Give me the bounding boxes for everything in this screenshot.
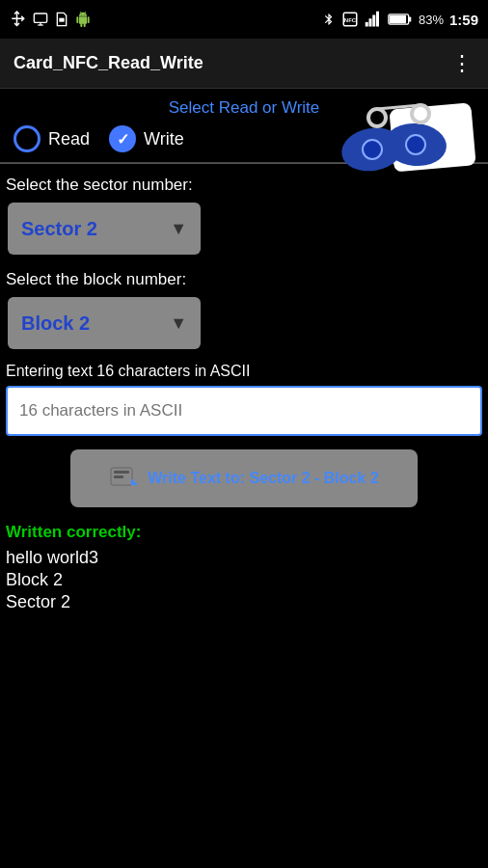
svg-rect-3	[59, 18, 64, 22]
svg-rect-23	[114, 475, 123, 478]
usb-icon	[10, 11, 27, 28]
write-radio-checked[interactable]: ✓	[109, 125, 136, 152]
write-label: Write	[144, 129, 184, 149]
main-content: Select Read or Write Read ✓ Write	[0, 89, 488, 612]
svg-rect-7	[368, 18, 371, 26]
battery-icon	[388, 13, 413, 26]
block-dropdown[interactable]: Block 2 ▼	[8, 297, 201, 349]
write-button-label: Write Text to: Sector 2 - Block 2	[148, 470, 378, 487]
written-correctly-label: Written correctly:	[6, 523, 482, 542]
svg-text:NFC: NFC	[344, 17, 357, 23]
svg-rect-22	[114, 471, 129, 474]
title-bar: Card_NFC_Read_Write ⋮	[0, 39, 488, 89]
time-display: 1:59	[449, 12, 478, 28]
read-radio[interactable]	[14, 125, 41, 152]
menu-icon[interactable]: ⋮	[451, 51, 474, 76]
screen-icon	[33, 12, 48, 27]
sector-dropdown[interactable]: Sector 2 ▼	[8, 203, 201, 255]
ascii-section: Entering text 16 characters in ASCII	[0, 349, 488, 436]
signal-icon	[365, 11, 382, 28]
ascii-label: Entering text 16 characters in ASCII	[0, 349, 488, 386]
result-area: Written correctly: hello world3 Block 2 …	[0, 507, 488, 612]
sim-icon	[54, 12, 69, 27]
nfc-icon: NFC	[341, 11, 359, 28]
sector-dropdown-arrow: ▼	[170, 219, 187, 239]
block-dropdown-arrow: ▼	[170, 313, 187, 334]
result-text: hello world3	[6, 548, 482, 568]
svg-point-18	[368, 109, 386, 126]
block-section: Select the block number: Block 2 ▼	[0, 255, 488, 349]
read-label: Read	[48, 129, 90, 149]
svg-rect-0	[34, 14, 46, 22]
sector-selected: Sector 2	[21, 218, 97, 240]
result-sector: Sector 2	[6, 592, 482, 612]
write-option[interactable]: ✓ Write	[109, 125, 184, 152]
nfc-keyfob-image	[314, 96, 478, 183]
svg-rect-11	[390, 15, 406, 24]
svg-point-17	[406, 135, 425, 154]
result-block: Block 2	[6, 570, 482, 590]
android-icon	[75, 12, 91, 27]
svg-rect-9	[376, 12, 379, 27]
status-bar: NFC 83% 1:59	[0, 0, 488, 39]
select-read-write-label: Select Read or Write	[169, 98, 320, 118]
ascii-input[interactable]	[6, 386, 482, 436]
svg-point-15	[363, 140, 382, 159]
block-selected: Block 2	[21, 312, 90, 335]
write-icon	[109, 466, 138, 491]
status-icons-left	[10, 11, 91, 28]
read-write-section: Select Read or Write Read ✓ Write	[0, 89, 488, 163]
svg-rect-12	[409, 16, 412, 21]
write-button[interactable]: Write Text to: Sector 2 - Block 2	[70, 449, 418, 507]
read-option[interactable]: Read	[14, 125, 90, 152]
svg-rect-8	[372, 15, 375, 27]
bluetooth-icon	[322, 11, 336, 28]
svg-rect-6	[366, 22, 368, 27]
status-icons-right: NFC 83% 1:59	[322, 11, 478, 28]
block-label: Select the block number:	[0, 258, 488, 297]
app-title: Card_NFC_Read_Write	[14, 53, 203, 73]
battery-percent: 83%	[419, 13, 444, 27]
